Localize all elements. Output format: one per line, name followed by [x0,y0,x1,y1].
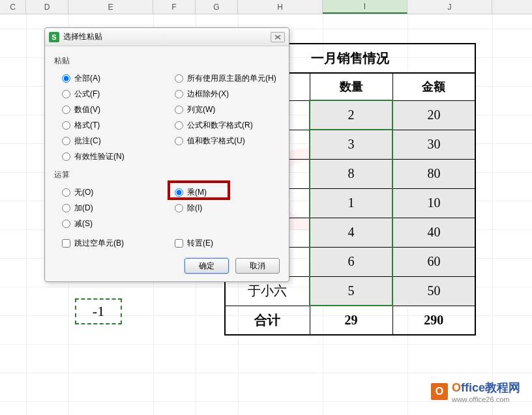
logo-url: www.office26.com [452,395,520,403]
column-header-D[interactable]: D [26,0,68,14]
skip-blanks-checkbox[interactable]: 跳过空单元(B) [54,238,167,249]
cancel-button[interactable]: 取消 [235,258,280,274]
column-header-I[interactable]: I [323,0,407,14]
table-row-amt[interactable]: 10 [392,188,475,218]
radio-paste[interactable]: 边框除外(X) [167,86,280,102]
close-icon [274,35,281,40]
transpose-label: 转置(E) [187,238,213,249]
table-row-amt[interactable]: 20 [392,100,475,130]
column-header-E[interactable]: E [68,0,153,14]
table-row-qty[interactable]: 8 [310,159,392,188]
table-row-amt[interactable]: 50 [392,276,475,306]
logo-brand: Office教程网 [452,380,520,395]
radio-paste[interactable]: 有效性验证(N) [54,149,167,164]
radio-op[interactable]: 减(S) [54,216,167,231]
radio-paste[interactable]: 格式(T) [54,117,167,133]
total-amt: 290 [392,306,475,335]
dialog-title: 选择性粘贴 [63,31,271,42]
total-qty: 29 [310,306,392,335]
logo-icon: O [431,383,448,400]
column-headers: CDEFGHIJ [0,0,532,14]
table-row-amt[interactable]: 40 [392,218,475,247]
column-header-F[interactable]: F [153,0,196,14]
radio-op[interactable]: 除(I) [167,200,280,216]
radio-op[interactable]: 加(D) [54,200,167,216]
radio-paste[interactable]: 值和数字格式(U) [167,133,280,149]
app-icon: S [49,32,59,42]
column-header-H[interactable]: H [238,0,323,14]
radio-paste[interactable]: 数值(V) [54,102,167,117]
dialog-titlebar[interactable]: S 选择性粘贴 [45,28,289,46]
total-label: 合计 [225,306,310,335]
paste-special-dialog: S 选择性粘贴 粘贴 全部(A)公式(F)数值(V)格式(T)批注(C)有效性验… [44,27,289,282]
radio-paste[interactable]: 公式和数字格式(R) [167,117,280,133]
radio-paste[interactable]: 列宽(W) [167,102,280,117]
table-row-amt[interactable]: 60 [392,247,475,276]
operation-group-label: 运算 [54,169,280,180]
table-row-amt[interactable]: 80 [392,159,475,188]
col-header-qty: 数量 [310,73,392,100]
footer-logo: O Office教程网 www.office26.com [431,380,520,403]
column-header-G[interactable]: G [196,0,238,14]
paste-group-label: 粘贴 [54,55,280,66]
radio-paste[interactable]: 全部(A) [54,70,167,86]
table-row-qty[interactable]: 5 [310,276,392,306]
table-row-qty[interactable]: 4 [310,218,392,247]
table-row-qty[interactable]: 1 [310,188,392,218]
close-button[interactable] [271,32,285,42]
table-row-qty[interactable]: 6 [310,247,392,276]
table-row-amt[interactable]: 30 [392,130,475,159]
radio-paste[interactable]: 批注(C) [54,133,167,149]
radio-paste[interactable]: 公式(F) [54,86,167,102]
table-row-qty[interactable]: 3 [310,130,392,159]
column-header-C[interactable]: C [0,0,26,14]
table-row-qty[interactable]: 2 [310,100,392,130]
copied-cell-marquee[interactable]: -1 [75,298,122,324]
skip-blanks-label: 跳过空单元(B) [74,238,124,249]
radio-op[interactable]: 无(O) [54,184,167,200]
transpose-checkbox[interactable]: 转置(E) [167,238,280,249]
ok-button[interactable]: 确定 [185,258,229,274]
column-header-J[interactable]: J [407,0,492,14]
radio-op[interactable]: 乘(M) [167,184,280,200]
radio-paste[interactable]: 所有使用原主题的单元(H) [167,70,280,86]
col-header-amt: 金额 [392,73,475,100]
